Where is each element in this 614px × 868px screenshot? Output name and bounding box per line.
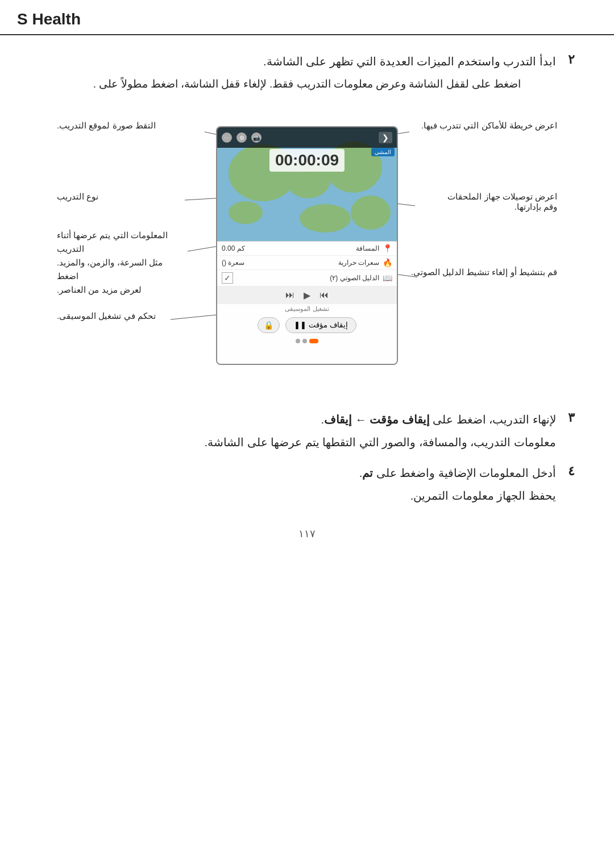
page-dots (217, 337, 397, 346)
pause-button[interactable]: إيقاف مؤقت ❚❚ (285, 317, 356, 333)
calories-label: سعرات حرارية (249, 259, 379, 267)
header-title: S Health (17, 10, 81, 28)
svg-point-12 (300, 204, 351, 232)
topbar-icons: ❮ (379, 132, 392, 143)
overflow-icon[interactable]: ⋯ (222, 132, 232, 143)
calories-row: 🔥 سعرات حرارية () سعرة (217, 256, 397, 270)
step-2: ٢ ابدأ التدرب واستخدم الميزات العديدة ال… (34, 52, 580, 93)
back-arrow[interactable]: ❮ (379, 132, 392, 143)
prev-track-btn[interactable]: ⏮ (320, 290, 329, 301)
lock-button[interactable]: 🔒 (258, 317, 280, 333)
training-type-badge: المشي (371, 148, 395, 156)
svg-point-13 (351, 196, 391, 230)
distance-label: المسافة (250, 244, 379, 252)
annot-music: تحكم في تشغيل الموسيقى. (57, 311, 156, 321)
guide-label: الدليل الصوتي (٢) (233, 274, 379, 282)
distance-value: 0.00 كم (222, 244, 245, 252)
dot-3 (296, 339, 300, 343)
main-content: ٢ ابدأ التدرب واستخدم الميزات العديدة ال… (0, 52, 614, 505)
annot-lower-left-2: مثل السرعة، والزمن، والمزيد. اضغط (57, 258, 163, 281)
guide-checkbox[interactable]: ✓ (222, 272, 233, 284)
camera-icon[interactable]: 📷 (251, 132, 262, 143)
annot-lower-left-1: المعلومات التي يتم عرضها أثناء التدريب (57, 230, 168, 254)
timer-display: 00:00:09 (269, 149, 345, 172)
step-2-row: ٢ ابدأ التدرب واستخدم الميزات العديدة ال… (34, 52, 580, 70)
music-controls: ⏮ ▶ ⏭ (217, 286, 397, 304)
dot-2 (302, 339, 307, 343)
step-3-text: لإنهاء التدريب، اضغط على إيقاف مؤقت ← إي… (321, 410, 556, 429)
annot-lower-left: المعلومات التي يتم عرضها أثناء التدريب م… (57, 229, 176, 297)
calories-icon: 🔥 (383, 258, 392, 267)
accessory-icon[interactable]: ⚙ (237, 132, 247, 143)
device-screen: ❮ 📷 ⚙ ⋯ المشي 00:00:09 (216, 126, 398, 365)
guide-row: 📖 الدليل الصوتي (٢) ✓ (217, 270, 397, 286)
page-number: ١١٧ (0, 528, 614, 557)
annot-top-left: التقط صورة لموقع التدريب. (57, 121, 156, 131)
svg-point-11 (229, 201, 263, 224)
step-4-subtext: يحفظ الجهاز معلومات التمرين. (410, 489, 556, 502)
step-3-row: ٣ لإنهاء التدريب، اضغط على إيقاف مؤقت ← … (34, 410, 580, 429)
diagram-wrapper: اعرض خريطة للأماكن التي تتدرب فيها. التق… (51, 103, 563, 399)
step-2-subtext: اضغط على لقفل الشاشة وعرض معلومات التدري… (34, 75, 580, 93)
calories-value: () سعرة (222, 259, 244, 267)
step-4: ٤ أدخل المعلومات الإضافية واضغط على تم. … (34, 464, 580, 505)
play-btn[interactable]: ▶ (304, 290, 310, 301)
dot-1 (309, 339, 318, 343)
step-4-sub: يحفظ الجهاز معلومات التمرين. (34, 487, 580, 505)
page-header: S Health (0, 0, 614, 35)
bottom-buttons: إيقاف مؤقت ❚❚ 🔒 (217, 314, 397, 337)
step-3: ٣ لإنهاء التدريب، اضغط على إيقاف مؤقت ← … (34, 410, 580, 451)
annot-lower-right: قم بتنشيط أو إلغاء تنشيط الدليل الصوتي. (411, 267, 557, 277)
annot-lower-left-3: لعرض مزيد من العناصر. (57, 285, 142, 294)
step-2-number: ٢ (563, 52, 580, 67)
book-icon: 📖 (383, 273, 392, 283)
step-4-text: أدخل المعلومات الإضافية واضغط على تم. (359, 464, 556, 482)
distance-row: 📍 المسافة 0.00 كم (217, 242, 397, 256)
distance-icon: 📍 (383, 244, 392, 253)
step-3-subtext: معلومات التدريب، والمسافة، والصور التي ا… (204, 436, 556, 448)
step-3-number: ٣ (563, 410, 580, 425)
annot-top-right: اعرض خريطة للأماكن التي تتدرب فيها. (421, 121, 557, 131)
step-4-row: ٤ أدخل المعلومات الإضافية واضغط على تم. (34, 464, 580, 482)
step-2-text: ابدأ التدرب واستخدم الميزات العديدة التي… (263, 52, 556, 70)
step-4-number: ٤ (563, 464, 580, 479)
device-topbar: ❮ 📷 ⚙ ⋯ (217, 127, 397, 148)
device-mockup: ❮ 📷 ⚙ ⋯ المشي 00:00:09 (216, 126, 398, 365)
annot-mid-right: اعرض توصيلات جهاز الملحقات وقم بإدارتها. (443, 192, 557, 212)
annot-mid-left: نوع التدريب (57, 192, 98, 202)
music-label-text: تشغيل الموسيقى (217, 304, 397, 314)
step-2-sub-label: اضغط على لقفل الشاشة وعرض معلومات التدري… (93, 78, 521, 90)
step-3-sub: معلومات التدريب، والمسافة، والصور التي ا… (34, 433, 580, 451)
info-panel: 📍 المسافة 0.00 كم 🔥 سعرات حرارية () سعرة (217, 241, 397, 364)
next-track-btn[interactable]: ⏭ (285, 290, 294, 301)
